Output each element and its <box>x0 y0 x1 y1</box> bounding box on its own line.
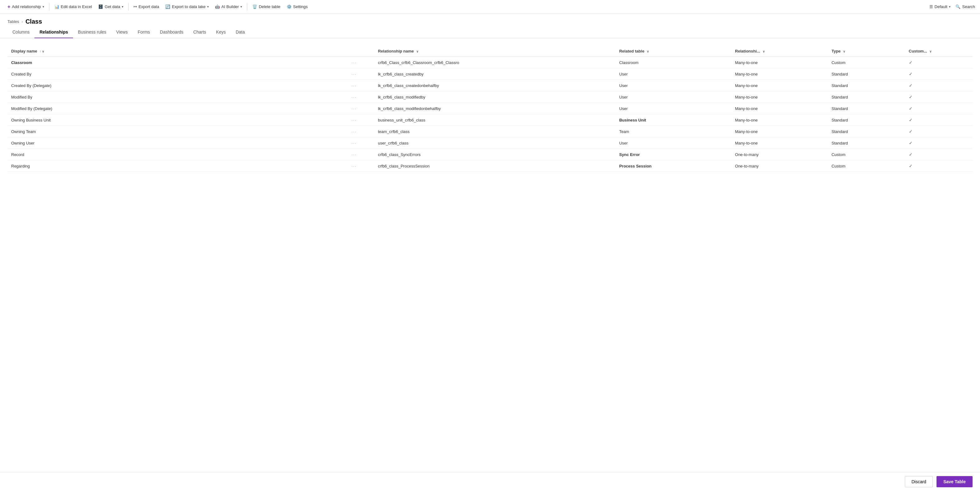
cell-related-table: User <box>615 69 731 80</box>
add-relationship-chevron-icon: ▾ <box>43 5 44 8</box>
cell-type: Standard <box>828 69 905 80</box>
tab-keys[interactable]: Keys <box>211 26 231 38</box>
export-lake-button[interactable]: 🔄 Export to data lake ▾ <box>163 3 211 10</box>
get-data-label: Get data <box>105 4 120 9</box>
cell-display-name: Record <box>8 149 345 160</box>
cell-customizable: ✓ <box>905 160 972 172</box>
delete-table-label: Delete table <box>259 4 280 9</box>
col-header-type[interactable]: Type ∨ <box>828 46 905 57</box>
edit-excel-label: Edit data in Excel <box>61 4 92 9</box>
cell-related-table: User <box>615 103 731 114</box>
cell-dots-menu[interactable]: ··· <box>345 57 374 69</box>
content-area: Display name ↑ ∨ Relationship name ∨ Rel… <box>0 38 980 482</box>
default-button[interactable]: ☰ Default ▾ <box>927 3 953 10</box>
cell-relationship-type: Many-to-one <box>731 137 828 149</box>
table-row: Record ··· crfb6_class_SyncErrors Sync E… <box>8 149 972 160</box>
toolbar-right: ☰ Default ▾ 🔍 Search <box>927 3 975 10</box>
cell-relationship-type: One-to-many <box>731 149 828 160</box>
tab-views[interactable]: Views <box>111 26 133 38</box>
tab-columns[interactable]: Columns <box>8 26 35 38</box>
discard-button[interactable]: Discard <box>905 476 932 487</box>
check-icon: ✓ <box>909 106 913 111</box>
check-icon: ✓ <box>909 129 913 134</box>
edit-excel-button[interactable]: 📊 Edit data in Excel <box>52 3 94 10</box>
plus-icon: + <box>8 4 10 10</box>
tabs-bar: Columns Relationships Business rules Vie… <box>0 26 980 38</box>
table-row: Owning Team ··· team_crfb6_class Team Ma… <box>8 126 972 137</box>
cell-customizable: ✓ <box>905 114 972 126</box>
get-data-button[interactable]: 🗄️ Get data ▾ <box>95 3 126 10</box>
cell-dots-menu[interactable]: ··· <box>345 80 374 91</box>
cell-dots-menu[interactable]: ··· <box>345 114 374 126</box>
cell-relationship-name: crfb6_class_SyncErrors <box>374 149 616 160</box>
export-data-button[interactable]: ↦ Export data <box>131 3 162 10</box>
add-relationship-button[interactable]: + Add relationship ▾ <box>5 3 46 11</box>
cell-display-name: Owning Team <box>8 126 345 137</box>
cell-customizable: ✓ <box>905 69 972 80</box>
export-data-icon: ↦ <box>134 4 137 9</box>
col-header-dots <box>345 46 374 57</box>
edit-excel-icon: 📊 <box>54 4 59 9</box>
tab-forms[interactable]: Forms <box>133 26 155 38</box>
cell-type: Standard <box>828 91 905 103</box>
cell-display-name: Created By (Delegate) <box>8 80 345 91</box>
cell-relationship-name: crfb6_Class_crfb6_Classroom_crfb6_Classr… <box>374 57 616 69</box>
cell-related-table: Business Unit <box>615 114 731 126</box>
add-relationship-label: Add relationship <box>12 4 41 9</box>
cell-relationship-type: Many-to-one <box>731 91 828 103</box>
sort-asc-icon: ↑ ∨ <box>40 50 44 53</box>
cell-customizable: ✓ <box>905 103 972 114</box>
cell-dots-menu[interactable]: ··· <box>345 69 374 80</box>
breadcrumb-parent[interactable]: Tables <box>8 19 19 24</box>
tab-charts[interactable]: Charts <box>188 26 211 38</box>
col-header-display-name[interactable]: Display name ↑ ∨ <box>8 46 345 57</box>
cell-related-table: User <box>615 137 731 149</box>
col-header-relationship-type[interactable]: Relationshi... ∨ <box>731 46 828 57</box>
cell-dots-menu[interactable]: ··· <box>345 91 374 103</box>
export-data-label: Export data <box>138 4 159 9</box>
save-table-button[interactable]: Save Table <box>937 476 972 487</box>
delete-table-button[interactable]: 🗑️ Delete table <box>250 3 283 10</box>
get-data-icon: 🗄️ <box>98 4 103 9</box>
cell-dots-menu[interactable]: ··· <box>345 126 374 137</box>
cell-customizable: ✓ <box>905 126 972 137</box>
cell-relationship-type: Many-to-one <box>731 103 828 114</box>
col-header-custom[interactable]: Custom... ∨ <box>905 46 972 57</box>
cell-relationship-type: Many-to-one <box>731 57 828 69</box>
sort-none-icon-reltype: ∨ <box>762 50 765 53</box>
search-button[interactable]: 🔍 Search <box>955 4 975 9</box>
cell-dots-menu[interactable]: ··· <box>345 103 374 114</box>
cell-related-table: Sync Error <box>615 149 731 160</box>
settings-button[interactable]: ⚙️ Settings <box>284 3 310 10</box>
export-lake-icon: 🔄 <box>165 4 170 9</box>
settings-icon: ⚙️ <box>287 4 292 9</box>
ai-builder-chevron-icon: ▾ <box>240 5 242 8</box>
cell-relationship-name: user_crfb6_class <box>374 137 616 149</box>
search-label: Search <box>962 4 975 9</box>
tab-dashboards[interactable]: Dashboards <box>155 26 189 38</box>
cell-dots-menu[interactable]: ··· <box>345 149 374 160</box>
default-label: Default <box>935 4 947 9</box>
tab-relationships[interactable]: Relationships <box>35 26 73 38</box>
check-icon: ✓ <box>909 163 913 169</box>
cell-dots-menu[interactable]: ··· <box>345 137 374 149</box>
table-row: Modified By ··· lk_crfb6_class_modifiedb… <box>8 91 972 103</box>
cell-type: Standard <box>828 80 905 91</box>
ai-builder-button[interactable]: 🤖 AI Builder ▾ <box>212 3 245 10</box>
cell-relationship-name: lk_crfb6_class_createdonbehalfby <box>374 80 616 91</box>
cell-dots-menu[interactable]: ··· <box>345 160 374 172</box>
cell-related-table: User <box>615 80 731 91</box>
get-data-chevron-icon: ▾ <box>122 5 123 8</box>
tab-data[interactable]: Data <box>231 26 250 38</box>
check-icon: ✓ <box>909 118 913 123</box>
cell-customizable: ✓ <box>905 80 972 91</box>
delete-table-icon: 🗑️ <box>252 4 257 9</box>
tab-business-rules[interactable]: Business rules <box>73 26 111 38</box>
check-icon: ✓ <box>909 83 913 88</box>
export-lake-label: Export to data lake <box>172 4 205 9</box>
col-header-relationship-name[interactable]: Relationship name ∨ <box>374 46 616 57</box>
table-body: Classroom ··· crfb6_Class_crfb6_Classroo… <box>8 57 972 172</box>
search-icon: 🔍 <box>955 4 961 9</box>
cell-type: Standard <box>828 137 905 149</box>
col-header-related-table[interactable]: Related table ∨ <box>615 46 731 57</box>
